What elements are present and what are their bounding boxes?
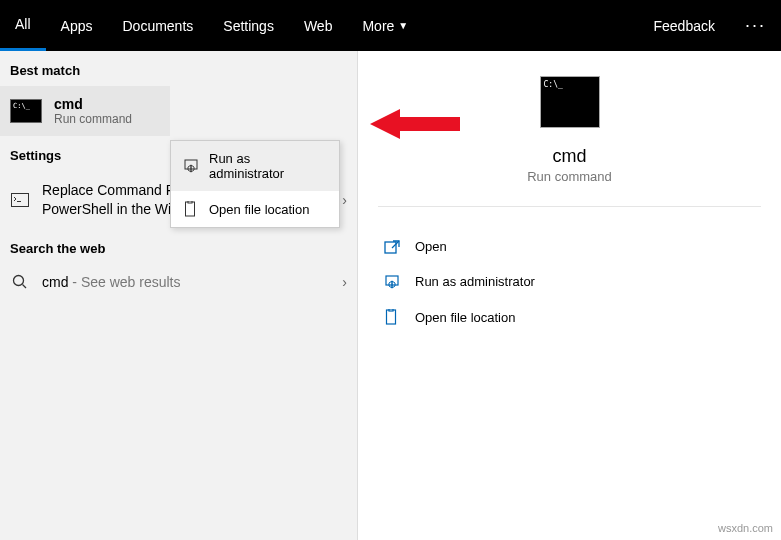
shield-icon xyxy=(383,275,401,289)
more-menu-button[interactable]: ··· xyxy=(730,0,781,51)
terminal-icon xyxy=(10,193,30,207)
svg-rect-0 xyxy=(12,193,29,206)
chevron-right-icon: › xyxy=(342,192,347,208)
svg-rect-7 xyxy=(385,242,396,253)
folder-icon xyxy=(383,309,401,325)
best-match-label: Best match xyxy=(0,51,357,86)
web-hint: - See web results xyxy=(68,274,180,290)
preview-title: cmd xyxy=(378,146,761,167)
feedback-button[interactable]: Feedback xyxy=(639,0,730,51)
watermark: wsxdn.com xyxy=(718,522,773,534)
svg-rect-11 xyxy=(389,309,393,311)
tab-all[interactable]: All xyxy=(0,0,46,51)
tab-apps[interactable]: Apps xyxy=(46,0,108,51)
best-match-text: cmd Run command xyxy=(54,96,132,126)
web-query: cmd xyxy=(42,274,68,290)
context-run-as-admin[interactable]: Run as administrator xyxy=(171,141,339,191)
tab-documents[interactable]: Documents xyxy=(107,0,208,51)
header-spacer xyxy=(423,0,638,51)
header-tabs: All Apps Documents Settings Web More ▼ xyxy=(0,0,423,51)
context-menu: Run as administrator Open file location xyxy=(170,140,340,228)
context-open-file-location[interactable]: Open file location xyxy=(171,191,339,227)
header-bar: All Apps Documents Settings Web More ▼ F… xyxy=(0,0,781,51)
preview-subtitle: Run command xyxy=(378,169,761,184)
content-area: Best match C:\_ cmd Run command Settings… xyxy=(0,51,781,540)
tab-more[interactable]: More ▼ xyxy=(347,0,423,51)
svg-rect-10 xyxy=(387,310,396,324)
svg-line-3 xyxy=(23,284,27,288)
tab-settings[interactable]: Settings xyxy=(208,0,289,51)
tab-more-label: More xyxy=(362,18,394,34)
divider xyxy=(378,206,761,207)
action-open[interactable]: Open xyxy=(378,229,761,264)
left-results-panel: Best match C:\_ cmd Run command Settings… xyxy=(0,51,357,540)
open-icon xyxy=(383,240,401,254)
web-result[interactable]: cmd - See web results › xyxy=(0,264,357,300)
web-result-text: cmd - See web results xyxy=(42,274,330,290)
svg-point-2 xyxy=(14,275,24,285)
svg-rect-6 xyxy=(188,201,192,203)
tab-web[interactable]: Web xyxy=(289,0,348,51)
chevron-down-icon: ▼ xyxy=(398,20,408,31)
chevron-right-icon: › xyxy=(342,274,347,290)
context-run-as-admin-label: Run as administrator xyxy=(209,151,327,181)
best-match-result[interactable]: C:\_ cmd Run command xyxy=(0,86,170,136)
action-open-label: Open xyxy=(415,239,447,254)
action-list: Open Run as administrator Open file loca… xyxy=(378,229,761,335)
shield-icon xyxy=(183,159,199,173)
right-preview-panel: C:\_ cmd Run command Open Run as adminis… xyxy=(357,51,781,540)
best-match-subtitle: Run command xyxy=(54,112,132,126)
preview-cmd-icon: C:\_ xyxy=(540,76,600,128)
action-open-file-location-label: Open file location xyxy=(415,310,515,325)
cmd-icon: C:\_ xyxy=(10,99,42,123)
best-match-title: cmd xyxy=(54,96,132,112)
context-open-file-location-label: Open file location xyxy=(209,202,309,217)
search-icon xyxy=(10,274,30,290)
svg-rect-5 xyxy=(186,202,195,216)
action-open-file-location[interactable]: Open file location xyxy=(378,299,761,335)
web-section-label: Search the web xyxy=(0,229,357,264)
folder-icon xyxy=(183,201,199,217)
action-run-as-admin-label: Run as administrator xyxy=(415,274,535,289)
action-run-as-admin[interactable]: Run as administrator xyxy=(378,264,761,299)
